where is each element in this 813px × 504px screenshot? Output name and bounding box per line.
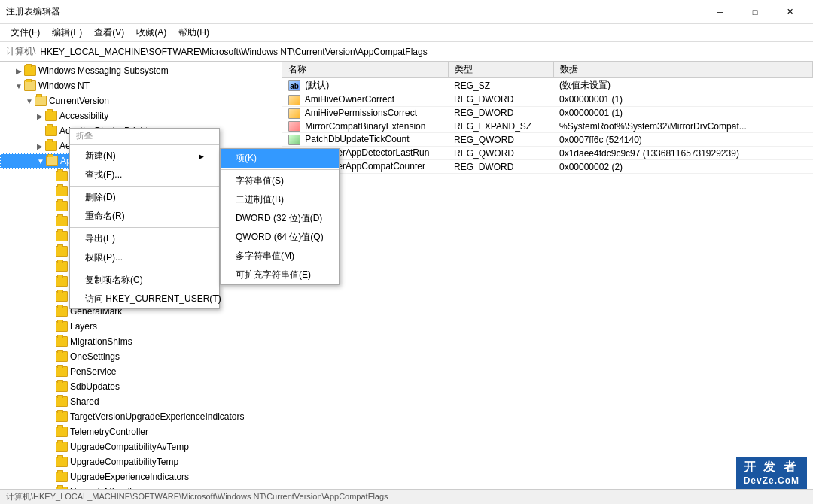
tree-item-targetver[interactable]: TargetVersionUpgradeExperienceIndicators [0, 409, 282, 424]
cell-name-2: AmiHivePermissionsCorrect [282, 106, 448, 120]
maximize-button[interactable]: □ [738, 0, 772, 24]
tree-item-shared[interactable]: Shared [0, 394, 282, 409]
tree-item-migshims[interactable]: MigrationShims [0, 334, 282, 349]
folder-icon-access [45, 111, 57, 121]
registry-table: 名称 类型 数据 ab (默认)REG_SZ(数值未设置) AmiHiveOwn… [282, 62, 813, 174]
submenu-sep [221, 169, 339, 170]
address-bar: 计算机\ HKEY_LOCAL_MACHINE\SOFTWARE\Microso… [0, 42, 813, 62]
table-row[interactable]: WallpaperAppDetectorLastRunREG_QWORD0x1d… [282, 147, 813, 160]
tree-label-migshims: MigrationShims [70, 336, 132, 347]
cell-type-3: REG_EXPAND_SZ [448, 120, 553, 133]
ctx-rename[interactable]: 重命名(R) [70, 207, 219, 226]
menu-edit[interactable]: 编辑(E) [46, 25, 88, 41]
submenu-string[interactable]: 字符串值(S) [221, 172, 339, 190]
cell-type-0: REG_SZ [448, 78, 553, 93]
tree-item-penservice[interactable]: PenService [0, 364, 282, 379]
cell-data-5: 0x1daee4fdc9c9c97 (133681165731929239) [553, 147, 813, 160]
ctx-sep-3 [70, 269, 219, 269]
submenu-new[interactable]: 项(K) 字符串值(S) 二进制值(B) DWORD (32 位)值(D) QW… [220, 148, 340, 285]
tree-label-wnt: Windows NT [38, 80, 90, 91]
menu-help[interactable]: 帮助(H) [172, 25, 215, 41]
tree-item-layers[interactable]: Layers [0, 319, 282, 334]
folder-icon-layers [56, 321, 68, 332]
tree-label-upgradeavtemp: UpgradeCompatibilityAvTemp [70, 442, 189, 452]
menu-view[interactable]: 查看(V) [88, 25, 130, 41]
table-row[interactable]: AmiHivePermissionsCorrectREG_DWORD0x0000… [282, 106, 813, 120]
submenu-key[interactable]: 项(K) [221, 149, 339, 168]
cell-data-6: 0x00000002 (2) [553, 160, 813, 174]
table-row[interactable]: ab (默认)REG_SZ(数值未设置) [282, 78, 813, 93]
folder-icon-appraiser [56, 171, 68, 181]
ctx-copy[interactable]: 复制项名称(C) [70, 271, 219, 290]
cell-type-1: REG_DWORD [448, 93, 553, 107]
tree-item-sdbupdates[interactable]: SdbUpdates [0, 379, 282, 394]
folder-icon-wms [24, 65, 36, 76]
cell-data-4: 0x0007ff6c (524140) [553, 133, 813, 147]
tree-item-wnt[interactable]: ▼Windows NT [0, 78, 282, 93]
cell-data-1: 0x00000001 (1) [553, 93, 813, 107]
folder-icon-backup [56, 201, 68, 211]
tree-item-onesettings[interactable]: OneSettings [0, 349, 282, 364]
cell-data-2: 0x00000001 (1) [553, 106, 813, 120]
tree-label-layers: Layers [70, 321, 97, 332]
tree-item-cv[interactable]: ▼CurrentVersion [0, 93, 282, 108]
table-row[interactable]: MirrorCompatBinaryExtensionREG_EXPAND_SZ… [282, 120, 813, 133]
right-panel: 名称 类型 数据 ab (默认)REG_SZ(数值未设置) AmiHiveOwn… [282, 62, 813, 489]
ctx-collapse: 折叠 [70, 129, 219, 143]
tree-item-telemetryctrl[interactable]: TelemetryController [0, 424, 282, 439]
tree-item-wms[interactable]: ▶Windows Messaging Subsystem [0, 63, 282, 78]
folder-icon-onesettings [56, 351, 68, 362]
folder-icon-targetver [56, 411, 68, 422]
watermark-line2: DevZe.CoM [744, 475, 799, 486]
submenu-dword[interactable]: DWORD (32 位)值(D) [221, 209, 339, 228]
folder-icon-generalmark [56, 306, 68, 317]
table-row[interactable]: AmiHiveOwnerCorrectREG_DWORD0x00000001 (… [282, 93, 813, 107]
title-text: 注册表编辑器 [6, 5, 60, 18]
tree-label-targetver: TargetVersionUpgradeExperienceIndicators [70, 411, 244, 422]
ctx-export[interactable]: 导出(E) [70, 229, 219, 248]
submenu-multistring[interactable]: 多字符串值(M) [221, 247, 339, 266]
ctx-visit[interactable]: 访问 HKEY_CURRENT_USER(T) [70, 290, 219, 308]
status-text: 计算机\HKEY_LOCAL_MACHINE\SOFTWARE\Microsof… [6, 491, 388, 502]
close-button[interactable]: ✕ [772, 0, 807, 24]
cell-type-5: REG_QWORD [448, 147, 553, 160]
tree-label-cv: CurrentVersion [49, 96, 109, 106]
submenu-binary[interactable]: 二进制值(B) [221, 190, 339, 209]
submenu-expandstring[interactable]: 可扩充字符串值(E) [221, 266, 339, 284]
submenu-qword[interactable]: QWORD (64 位)值(Q) [221, 228, 339, 247]
table-row[interactable]: WallpaperAppCompatCounterREG_DWORD0x0000… [282, 160, 813, 174]
title-bar: 注册表编辑器 ─ □ ✕ [0, 0, 813, 24]
title-controls: ─ □ ✕ [703, 0, 807, 24]
col-type-header[interactable]: 类型 [448, 62, 553, 78]
folder-icon-acf [46, 156, 58, 166]
menu-file[interactable]: 文件(F) [5, 25, 46, 41]
tree-item-upgradecomptemp[interactable]: UpgradeCompatibilityTemp [0, 454, 282, 469]
tree-item-access[interactable]: ▶Accessibility [0, 108, 282, 123]
tree-item-upgradeexpind[interactable]: UpgradeExperienceIndicators [0, 469, 282, 484]
reg-icon-2 [288, 108, 300, 119]
watermark-line1: 开 发 者 [744, 460, 799, 475]
tree-arrow-acf: ▼ [35, 157, 46, 165]
tree-item-upgrademig[interactable]: UpgradeMigration [0, 484, 282, 489]
ctx-new[interactable]: 新建(N) [70, 147, 219, 165]
tree-arrow-wnt: ▼ [14, 82, 24, 90]
tree-item-upgradeavtemp[interactable]: UpgradeCompatibilityAvTemp [0, 439, 282, 454]
watermark: 开 发 者 DevZe.CoM [736, 457, 807, 489]
table-row[interactable]: PatchDbUpdateTickCountREG_QWORD0x0007ff6… [282, 133, 813, 147]
context-menu[interactable]: 折叠 新建(N) 查找(F)... 删除(D) 重命名(R) 导出(E) 权限(… [69, 128, 220, 309]
menu-favorites[interactable]: 收藏(A) [130, 25, 172, 41]
ctx-delete[interactable]: 删除(D) [70, 188, 219, 207]
tree-label-telemetryctrl: TelemetryController [70, 427, 148, 437]
folder-icon-clienttelemet [56, 246, 68, 257]
col-name-header[interactable]: 名称 [282, 62, 448, 78]
ctx-find[interactable]: 查找(F)... [70, 165, 219, 184]
folder-icon-custom [56, 291, 68, 302]
reg-icon-0: ab [288, 80, 300, 91]
col-data-header[interactable]: 数据 [553, 62, 813, 78]
minimize-button[interactable]: ─ [703, 0, 738, 24]
folder-icon-sdbupdates [56, 381, 68, 392]
cell-name-1: AmiHiveOwnerCorrect [282, 93, 448, 107]
cell-type-6: REG_DWORD [448, 160, 553, 174]
ctx-permissions[interactable]: 权限(P)... [70, 248, 219, 267]
folder-icon-telemetryctrl [56, 427, 68, 437]
